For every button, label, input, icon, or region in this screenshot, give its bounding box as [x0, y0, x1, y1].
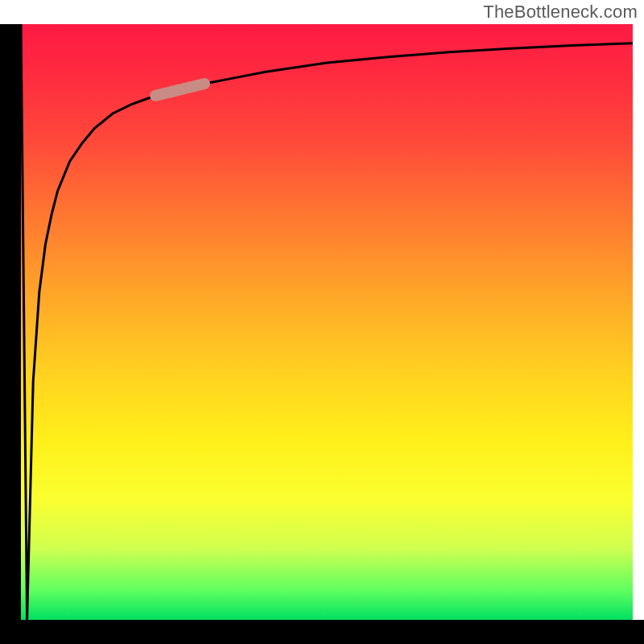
plot-area — [21, 24, 633, 620]
watermark-text: TheBottleneck.com — [483, 2, 638, 23]
y-axis-bar — [0, 24, 21, 620]
accent-segment-path — [155, 84, 204, 96]
chart-container: TheBottleneck.com — [0, 0, 644, 644]
curve-svg — [21, 24, 633, 620]
x-axis-bar — [0, 620, 644, 644]
main-curve-path — [21, 24, 633, 620]
